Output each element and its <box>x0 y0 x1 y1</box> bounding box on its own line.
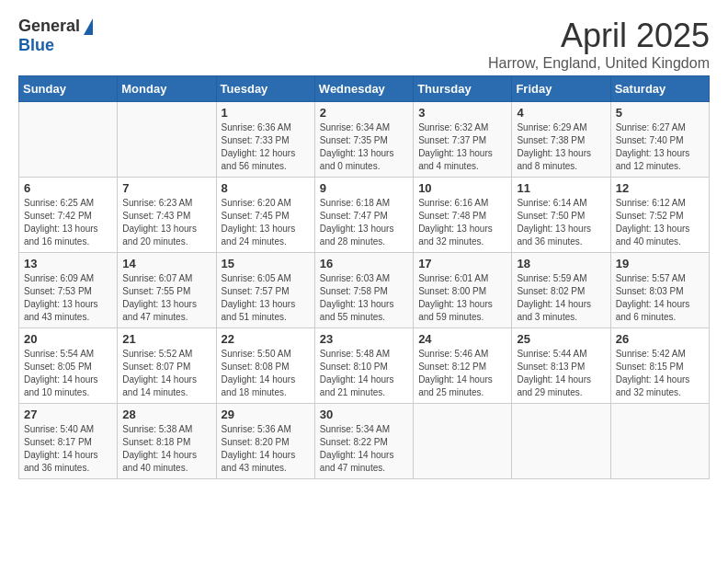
calendar-day-cell: 1Sunrise: 6:36 AM Sunset: 7:33 PM Daylig… <box>216 102 314 178</box>
day-info: Sunrise: 6:05 AM Sunset: 7:57 PM Dayligh… <box>222 272 310 324</box>
calendar-day-cell: 29Sunrise: 5:36 AM Sunset: 8:20 PM Dayli… <box>216 404 314 479</box>
day-number: 5 <box>616 106 704 120</box>
day-number: 25 <box>517 332 605 346</box>
day-number: 28 <box>122 408 210 421</box>
logo-general-text: General <box>18 17 80 36</box>
day-number: 11 <box>517 181 605 195</box>
day-info: Sunrise: 6:03 AM Sunset: 7:58 PM Dayligh… <box>320 272 408 324</box>
day-info: Sunrise: 6:32 AM Sunset: 7:37 PM Dayligh… <box>418 121 506 173</box>
calendar-day-cell <box>414 404 512 479</box>
day-number: 4 <box>517 106 605 120</box>
calendar-week-row: 6Sunrise: 6:25 AM Sunset: 7:42 PM Daylig… <box>19 178 710 253</box>
day-number: 24 <box>418 332 506 346</box>
calendar-day-header: Thursday <box>414 76 512 102</box>
day-info: Sunrise: 6:01 AM Sunset: 8:00 PM Dayligh… <box>418 272 506 324</box>
calendar-week-row: 13Sunrise: 6:09 AM Sunset: 7:53 PM Dayli… <box>19 253 710 328</box>
title-block: April 2025 Harrow, England, United Kingd… <box>488 17 710 72</box>
calendar-day-header: Monday <box>118 76 216 102</box>
location-title: Harrow, England, United Kingdom <box>488 55 710 72</box>
day-number: 21 <box>122 332 210 346</box>
day-number: 18 <box>517 257 605 270</box>
day-info: Sunrise: 5:50 AM Sunset: 8:08 PM Dayligh… <box>222 348 310 399</box>
day-info: Sunrise: 6:14 AM Sunset: 7:50 PM Dayligh… <box>517 197 605 248</box>
day-info: Sunrise: 6:34 AM Sunset: 7:35 PM Dayligh… <box>320 121 408 173</box>
calendar-day-cell: 6Sunrise: 6:25 AM Sunset: 7:42 PM Daylig… <box>19 178 118 253</box>
calendar-header-row: SundayMondayTuesdayWednesdayThursdayFrid… <box>19 76 710 102</box>
day-number: 7 <box>122 181 210 195</box>
day-info: Sunrise: 5:34 AM Sunset: 8:22 PM Dayligh… <box>320 423 408 475</box>
calendar-day-cell: 14Sunrise: 6:07 AM Sunset: 7:55 PM Dayli… <box>118 253 216 328</box>
day-number: 6 <box>24 181 112 195</box>
day-number: 26 <box>616 332 704 346</box>
day-info: Sunrise: 5:38 AM Sunset: 8:18 PM Dayligh… <box>122 423 210 475</box>
calendar-day-cell: 13Sunrise: 6:09 AM Sunset: 7:53 PM Dayli… <box>19 253 118 328</box>
day-number: 22 <box>222 332 310 346</box>
header: General Blue April 2025 Harrow, England,… <box>9 9 719 75</box>
calendar-day-cell: 21Sunrise: 5:52 AM Sunset: 8:07 PM Dayli… <box>118 328 216 404</box>
day-number: 27 <box>24 408 112 421</box>
calendar-day-cell: 15Sunrise: 6:05 AM Sunset: 7:57 PM Dayli… <box>216 253 314 328</box>
logo: General Blue <box>18 17 93 55</box>
day-number: 20 <box>24 332 112 346</box>
day-number: 3 <box>418 106 506 120</box>
day-number: 16 <box>320 257 408 270</box>
day-info: Sunrise: 6:12 AM Sunset: 7:52 PM Dayligh… <box>616 197 704 248</box>
day-info: Sunrise: 6:23 AM Sunset: 7:43 PM Dayligh… <box>122 197 210 248</box>
calendar-day-cell: 11Sunrise: 6:14 AM Sunset: 7:50 PM Dayli… <box>512 178 610 253</box>
calendar-day-cell: 7Sunrise: 6:23 AM Sunset: 7:43 PM Daylig… <box>118 178 216 253</box>
calendar-day-cell: 24Sunrise: 5:46 AM Sunset: 8:12 PM Dayli… <box>414 328 512 404</box>
day-number: 30 <box>320 408 408 421</box>
calendar-day-cell <box>512 404 610 479</box>
day-info: Sunrise: 5:40 AM Sunset: 8:17 PM Dayligh… <box>24 423 112 475</box>
calendar-day-cell: 20Sunrise: 5:54 AM Sunset: 8:05 PM Dayli… <box>19 328 118 404</box>
calendar-day-cell: 28Sunrise: 5:38 AM Sunset: 8:18 PM Dayli… <box>118 404 216 479</box>
calendar-day-cell: 25Sunrise: 5:44 AM Sunset: 8:13 PM Dayli… <box>512 328 610 404</box>
day-info: Sunrise: 6:27 AM Sunset: 7:40 PM Dayligh… <box>616 121 704 173</box>
calendar-day-cell: 17Sunrise: 6:01 AM Sunset: 8:00 PM Dayli… <box>414 253 512 328</box>
calendar-day-cell: 2Sunrise: 6:34 AM Sunset: 7:35 PM Daylig… <box>314 102 413 178</box>
logo-blue-text: Blue <box>18 36 54 55</box>
day-info: Sunrise: 6:09 AM Sunset: 7:53 PM Dayligh… <box>24 272 112 324</box>
calendar-day-cell: 26Sunrise: 5:42 AM Sunset: 8:15 PM Dayli… <box>610 328 709 404</box>
calendar-day-cell: 5Sunrise: 6:27 AM Sunset: 7:40 PM Daylig… <box>610 102 709 178</box>
calendar-day-cell: 27Sunrise: 5:40 AM Sunset: 8:17 PM Dayli… <box>19 404 118 479</box>
day-number: 2 <box>320 106 408 120</box>
day-number: 1 <box>222 106 310 120</box>
calendar-day-header: Friday <box>512 76 610 102</box>
day-info: Sunrise: 6:25 AM Sunset: 7:42 PM Dayligh… <box>24 197 112 248</box>
calendar-day-cell: 30Sunrise: 5:34 AM Sunset: 8:22 PM Dayli… <box>314 404 413 479</box>
calendar-day-header: Wednesday <box>314 76 413 102</box>
day-info: Sunrise: 5:42 AM Sunset: 8:15 PM Dayligh… <box>616 348 704 399</box>
calendar-wrapper: SundayMondayTuesdayWednesdayThursdayFrid… <box>9 75 719 479</box>
month-title: April 2025 <box>488 17 710 55</box>
day-number: 12 <box>616 181 704 195</box>
day-number: 14 <box>122 257 210 270</box>
day-info: Sunrise: 6:20 AM Sunset: 7:45 PM Dayligh… <box>222 197 310 248</box>
calendar-day-cell: 9Sunrise: 6:18 AM Sunset: 7:47 PM Daylig… <box>314 178 413 253</box>
day-number: 29 <box>222 408 310 421</box>
calendar-day-cell: 8Sunrise: 6:20 AM Sunset: 7:45 PM Daylig… <box>216 178 314 253</box>
calendar-day-header: Tuesday <box>216 76 314 102</box>
day-info: Sunrise: 5:52 AM Sunset: 8:07 PM Dayligh… <box>122 348 210 399</box>
calendar-day-cell: 19Sunrise: 5:57 AM Sunset: 8:03 PM Dayli… <box>610 253 709 328</box>
day-info: Sunrise: 6:18 AM Sunset: 7:47 PM Dayligh… <box>320 197 408 248</box>
calendar-day-cell: 22Sunrise: 5:50 AM Sunset: 8:08 PM Dayli… <box>216 328 314 404</box>
day-number: 13 <box>24 257 112 270</box>
calendar-day-header: Sunday <box>19 76 118 102</box>
day-number: 19 <box>616 257 704 270</box>
calendar-day-cell: 3Sunrise: 6:32 AM Sunset: 7:37 PM Daylig… <box>414 102 512 178</box>
day-info: Sunrise: 6:36 AM Sunset: 7:33 PM Dayligh… <box>222 121 310 173</box>
day-info: Sunrise: 5:36 AM Sunset: 8:20 PM Dayligh… <box>222 423 310 475</box>
calendar-day-cell: 23Sunrise: 5:48 AM Sunset: 8:10 PM Dayli… <box>314 328 413 404</box>
calendar-table: SundayMondayTuesdayWednesdayThursdayFrid… <box>18 75 710 479</box>
day-number: 10 <box>418 181 506 195</box>
day-number: 17 <box>418 257 506 270</box>
day-info: Sunrise: 5:44 AM Sunset: 8:13 PM Dayligh… <box>517 348 605 399</box>
day-number: 15 <box>222 257 310 270</box>
calendar-day-cell <box>118 102 216 178</box>
day-info: Sunrise: 6:16 AM Sunset: 7:48 PM Dayligh… <box>418 197 506 248</box>
calendar-week-row: 20Sunrise: 5:54 AM Sunset: 8:05 PM Dayli… <box>19 328 710 404</box>
day-number: 8 <box>222 181 310 195</box>
logo-triangle-icon <box>84 18 93 35</box>
calendar-day-cell: 12Sunrise: 6:12 AM Sunset: 7:52 PM Dayli… <box>610 178 709 253</box>
